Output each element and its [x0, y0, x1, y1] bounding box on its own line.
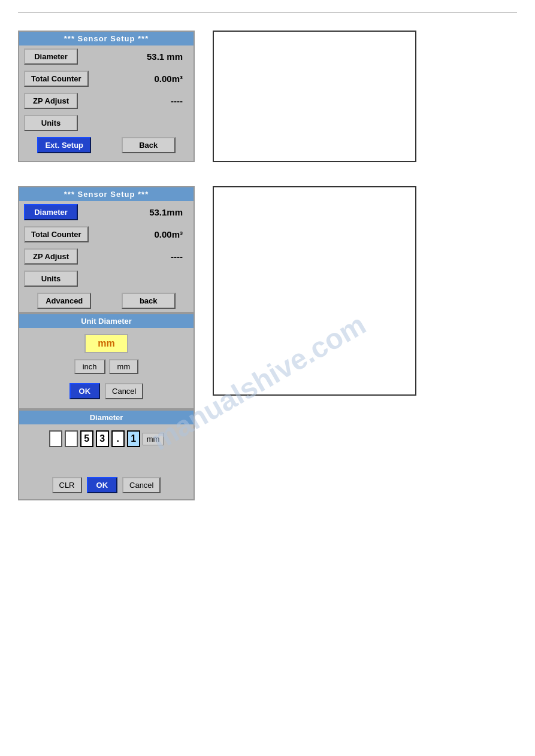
units-button-2[interactable]: Units — [24, 271, 78, 287]
second-row: manualshive.com *** Sensor Setup *** Dia… — [18, 186, 517, 500]
inch-button[interactable]: inch — [74, 359, 105, 374]
zp-adjust-button-1[interactable]: ZP Adjust — [24, 93, 78, 109]
panel2-units-row: Units — [19, 268, 194, 290]
digit-box-empty-1 — [49, 430, 62, 447]
unit-option-buttons: inch mm — [24, 359, 189, 374]
zp-adjust-value-2: ---- — [171, 251, 189, 262]
digit-box-dot: . — [111, 430, 125, 447]
diameter-panel-title: Diameter — [19, 411, 194, 424]
unit-ok-button[interactable]: OK — [69, 383, 101, 399]
unit-diameter-title: Unit Diameter — [19, 314, 194, 328]
left-column: *** Sensor Setup *** Diameter 53.1mm Tot… — [18, 186, 195, 500]
total-counter-button-1[interactable]: Total Counter — [24, 71, 89, 87]
panel1-zpadjust-row: ZP Adjust ---- — [19, 90, 194, 112]
diameter-value-1: 53.1 mm — [147, 51, 189, 62]
diameter-clr-ok-cancel-row: CLR OK Cancel — [24, 477, 189, 493]
diameter-value-2: 53.1mm — [149, 207, 189, 217]
units-button-1[interactable]: Units — [24, 115, 78, 131]
panel2-zpadjust-row: ZP Adjust ---- — [19, 245, 194, 268]
back-button-2[interactable]: back — [122, 293, 176, 309]
top-rule — [18, 12, 517, 13]
digit-box-empty-2 — [65, 430, 78, 447]
diameter-unit-label: mm — [143, 433, 164, 445]
diameter-input-row: 5 3 . 1 mm — [24, 430, 189, 447]
diameter-button-1[interactable]: Diameter — [24, 48, 78, 65]
diameter-panel: Diameter 5 3 . 1 mm CLR OK — [18, 409, 195, 500]
panel2-totalcounter-row: Total Counter 0.00m³ — [19, 223, 194, 245]
advanced-button[interactable]: Advanced — [37, 293, 91, 309]
sensor-setup-panel-1: *** Sensor Setup *** Diameter 53.1 mm To… — [18, 31, 195, 162]
first-row: *** Sensor Setup *** Diameter 53.1 mm To… — [18, 31, 517, 162]
panel2-bottom-row: Advanced back — [19, 290, 194, 312]
panel1-diameter-row: Diameter 53.1 mm — [19, 45, 194, 68]
total-counter-button-2[interactable]: Total Counter — [24, 226, 89, 242]
zp-adjust-value-1: ---- — [171, 96, 189, 106]
sensor-setup-panel-2: *** Sensor Setup *** Diameter 53.1mm Tot… — [18, 186, 195, 313]
panel1-title: *** Sensor Setup *** — [19, 32, 194, 45]
zp-adjust-button-2[interactable]: ZP Adjust — [24, 248, 78, 265]
panel1-totalcounter-row: Total Counter 0.00m³ — [19, 68, 194, 90]
unit-diameter-body: mm inch mm OK Cancel — [19, 328, 194, 408]
unit-cancel-button[interactable]: Cancel — [105, 383, 143, 399]
diameter-ok-button[interactable]: OK — [87, 477, 118, 493]
clr-button[interactable]: CLR — [52, 477, 82, 493]
back-button-1[interactable]: Back — [122, 137, 176, 153]
panel2-diameter-row: Diameter 53.1mm — [19, 201, 194, 223]
right-image-box-1 — [213, 31, 416, 162]
unit-display: mm — [24, 334, 189, 353]
diameter-cancel-button[interactable]: Cancel — [122, 477, 161, 493]
diameter-panel-body: 5 3 . 1 mm CLR OK Cancel — [19, 424, 194, 499]
mm-button[interactable]: mm — [109, 359, 139, 374]
diameter-button-2[interactable]: Diameter — [24, 204, 78, 220]
ext-setup-button[interactable]: Ext. Setup — [37, 137, 91, 153]
panel1-bottom-row: Ext. Setup Back — [19, 134, 194, 156]
right-image-box-2 — [213, 186, 416, 396]
total-counter-value-1: 0.00m³ — [154, 74, 189, 84]
panel2-title: *** Sensor Setup *** — [19, 187, 194, 201]
total-counter-value-2: 0.00m³ — [154, 229, 189, 239]
unit-ok-cancel-row: OK Cancel — [24, 383, 189, 399]
digit-box-3: 3 — [96, 430, 109, 447]
digit-box-1: 1 — [127, 430, 140, 447]
digit-box-5: 5 — [80, 430, 93, 447]
panel1-units-row: Units — [19, 112, 194, 134]
unit-diameter-panel: Unit Diameter mm inch mm OK Cancel — [18, 313, 195, 409]
selected-unit-box: mm — [84, 334, 128, 353]
